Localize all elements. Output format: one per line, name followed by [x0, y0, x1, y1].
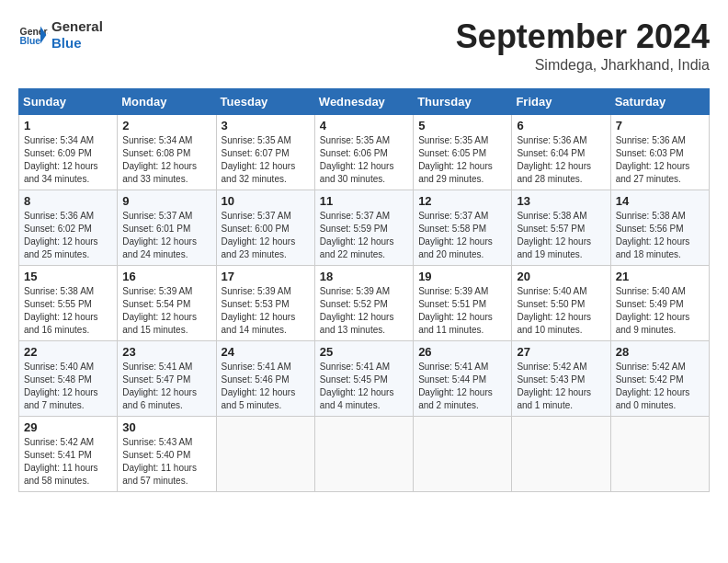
day-number: 21	[616, 270, 704, 283]
week-row-2: 8 Sunrise: 5:36 AMSunset: 6:02 PMDayligh…	[19, 190, 710, 265]
day-number: 19	[418, 270, 506, 283]
calendar-cell	[610, 416, 709, 491]
cell-info: Sunrise: 5:39 AMSunset: 5:53 PMDaylight:…	[222, 286, 296, 335]
calendar-cell: 23 Sunrise: 5:41 AMSunset: 5:47 PMDaylig…	[118, 340, 216, 416]
day-number: 24	[222, 345, 310, 359]
cell-info: Sunrise: 5:40 AMSunset: 5:49 PMDaylight:…	[616, 286, 690, 335]
cell-info: Sunrise: 5:35 AMSunset: 6:06 PMDaylight:…	[320, 135, 394, 184]
header-monday: Monday	[118, 88, 216, 114]
header-thursday: Thursday	[414, 88, 512, 114]
calendar-cell: 10 Sunrise: 5:37 AMSunset: 6:00 PMDaylig…	[216, 190, 314, 265]
day-number: 27	[517, 345, 605, 359]
week-row-3: 15 Sunrise: 5:38 AMSunset: 5:55 PMDaylig…	[19, 265, 710, 340]
cell-info: Sunrise: 5:35 AMSunset: 6:05 PMDaylight:…	[418, 135, 493, 184]
cell-info: Sunrise: 5:38 AMSunset: 5:57 PMDaylight:…	[517, 211, 591, 259]
cell-info: Sunrise: 5:40 AMSunset: 5:50 PMDaylight:…	[517, 286, 591, 335]
day-number: 10	[222, 194, 310, 208]
cell-info: Sunrise: 5:42 AMSunset: 5:42 PMDaylight:…	[616, 362, 690, 410]
cell-info: Sunrise: 5:34 AMSunset: 6:09 PMDaylight:…	[24, 135, 98, 184]
calendar-cell: 15 Sunrise: 5:38 AMSunset: 5:55 PMDaylig…	[19, 265, 118, 340]
week-row-1: 1 Sunrise: 5:34 AMSunset: 6:09 PMDayligh…	[19, 114, 710, 190]
calendar-cell	[216, 416, 314, 491]
calendar-cell: 26 Sunrise: 5:41 AMSunset: 5:44 PMDaylig…	[414, 340, 512, 416]
svg-text:Blue: Blue	[20, 36, 41, 46]
calendar-cell: 3 Sunrise: 5:35 AMSunset: 6:07 PMDayligh…	[216, 114, 314, 190]
month-year: September 2024	[456, 18, 710, 55]
calendar-cell: 4 Sunrise: 5:35 AMSunset: 6:06 PMDayligh…	[314, 114, 413, 190]
day-number: 17	[222, 270, 310, 283]
day-number: 15	[24, 270, 112, 283]
cell-info: Sunrise: 5:37 AMSunset: 6:01 PMDaylight:…	[122, 211, 197, 259]
page-header: General Blue General Blue September 2024…	[18, 18, 710, 74]
cell-info: Sunrise: 5:38 AMSunset: 5:56 PMDaylight:…	[616, 211, 690, 259]
header-sunday: Sunday	[19, 88, 118, 114]
calendar-cell: 19 Sunrise: 5:39 AMSunset: 5:51 PMDaylig…	[414, 265, 512, 340]
cell-info: Sunrise: 5:36 AMSunset: 6:02 PMDaylight:…	[24, 211, 98, 259]
calendar-cell: 20 Sunrise: 5:40 AMSunset: 5:50 PMDaylig…	[512, 265, 610, 340]
title-block: September 2024 Simdega, Jharkhand, India	[456, 18, 710, 74]
calendar-cell: 6 Sunrise: 5:36 AMSunset: 6:04 PMDayligh…	[512, 114, 610, 190]
calendar-cell: 8 Sunrise: 5:36 AMSunset: 6:02 PMDayligh…	[19, 190, 118, 265]
cell-info: Sunrise: 5:40 AMSunset: 5:48 PMDaylight:…	[24, 362, 98, 410]
cell-info: Sunrise: 5:36 AMSunset: 6:03 PMDaylight:…	[616, 135, 690, 184]
day-number: 16	[122, 270, 210, 283]
calendar-cell: 9 Sunrise: 5:37 AMSunset: 6:01 PMDayligh…	[118, 190, 216, 265]
calendar-cell: 30 Sunrise: 5:43 AMSunset: 5:40 PMDaylig…	[118, 416, 216, 491]
logo-blue-text: Blue	[51, 35, 82, 51]
calendar-cell	[512, 416, 610, 491]
calendar-cell: 27 Sunrise: 5:42 AMSunset: 5:43 PMDaylig…	[512, 340, 610, 416]
calendar-cell: 7 Sunrise: 5:36 AMSunset: 6:03 PMDayligh…	[610, 114, 709, 190]
calendar-cell: 12 Sunrise: 5:37 AMSunset: 5:58 PMDaylig…	[414, 190, 512, 265]
cell-info: Sunrise: 5:41 AMSunset: 5:46 PMDaylight:…	[222, 362, 296, 410]
cell-info: Sunrise: 5:41 AMSunset: 5:44 PMDaylight:…	[418, 362, 493, 410]
cell-info: Sunrise: 5:37 AMSunset: 6:00 PMDaylight:…	[222, 211, 296, 259]
day-number: 20	[517, 270, 605, 283]
calendar-body: 1 Sunrise: 5:34 AMSunset: 6:09 PMDayligh…	[19, 114, 710, 491]
header-tuesday: Tuesday	[216, 88, 314, 114]
day-number: 26	[418, 345, 506, 359]
day-number: 23	[122, 345, 210, 359]
day-number: 9	[122, 194, 210, 208]
calendar-cell	[314, 416, 413, 491]
calendar-cell: 1 Sunrise: 5:34 AMSunset: 6:09 PMDayligh…	[19, 114, 118, 190]
day-number: 8	[24, 194, 112, 208]
day-number: 13	[517, 194, 605, 208]
calendar-cell: 29 Sunrise: 5:42 AMSunset: 5:41 PMDaylig…	[19, 416, 118, 491]
day-number: 28	[616, 345, 704, 359]
day-number: 22	[24, 345, 112, 359]
location: Simdega, Jharkhand, India	[456, 57, 710, 74]
day-number: 12	[418, 194, 506, 208]
day-number: 25	[320, 345, 408, 359]
calendar-cell	[414, 416, 512, 491]
cell-info: Sunrise: 5:39 AMSunset: 5:52 PMDaylight:…	[320, 286, 394, 335]
cell-info: Sunrise: 5:34 AMSunset: 6:08 PMDaylight:…	[122, 135, 197, 184]
day-number: 4	[320, 119, 408, 132]
cell-info: Sunrise: 5:39 AMSunset: 5:51 PMDaylight:…	[418, 286, 493, 335]
logo-icon: General Blue	[18, 20, 48, 50]
calendar-table: SundayMondayTuesdayWednesdayThursdayFrid…	[18, 88, 710, 492]
day-number: 5	[418, 119, 506, 132]
header-wednesday: Wednesday	[314, 88, 413, 114]
calendar-cell: 21 Sunrise: 5:40 AMSunset: 5:49 PMDaylig…	[610, 265, 709, 340]
calendar-cell: 28 Sunrise: 5:42 AMSunset: 5:42 PMDaylig…	[610, 340, 709, 416]
cell-info: Sunrise: 5:41 AMSunset: 5:45 PMDaylight:…	[320, 362, 394, 410]
cell-info: Sunrise: 5:43 AMSunset: 5:40 PMDaylight:…	[122, 437, 197, 486]
cell-info: Sunrise: 5:41 AMSunset: 5:47 PMDaylight:…	[122, 362, 197, 410]
day-number: 30	[122, 420, 210, 434]
cell-info: Sunrise: 5:36 AMSunset: 6:04 PMDaylight:…	[517, 135, 591, 184]
calendar-cell: 14 Sunrise: 5:38 AMSunset: 5:56 PMDaylig…	[610, 190, 709, 265]
header-saturday: Saturday	[610, 88, 709, 114]
day-number: 1	[24, 119, 112, 132]
calendar-cell: 17 Sunrise: 5:39 AMSunset: 5:53 PMDaylig…	[216, 265, 314, 340]
calendar-header-row: SundayMondayTuesdayWednesdayThursdayFrid…	[19, 88, 710, 114]
week-row-4: 22 Sunrise: 5:40 AMSunset: 5:48 PMDaylig…	[19, 340, 710, 416]
cell-info: Sunrise: 5:35 AMSunset: 6:07 PMDaylight:…	[222, 135, 296, 184]
day-number: 11	[320, 194, 408, 208]
calendar-cell: 5 Sunrise: 5:35 AMSunset: 6:05 PMDayligh…	[414, 114, 512, 190]
cell-info: Sunrise: 5:37 AMSunset: 5:59 PMDaylight:…	[320, 211, 394, 259]
cell-info: Sunrise: 5:42 AMSunset: 5:41 PMDaylight:…	[24, 437, 98, 486]
day-number: 29	[24, 420, 112, 434]
day-number: 2	[122, 119, 210, 132]
day-number: 7	[616, 119, 704, 132]
cell-info: Sunrise: 5:42 AMSunset: 5:43 PMDaylight:…	[517, 362, 591, 410]
